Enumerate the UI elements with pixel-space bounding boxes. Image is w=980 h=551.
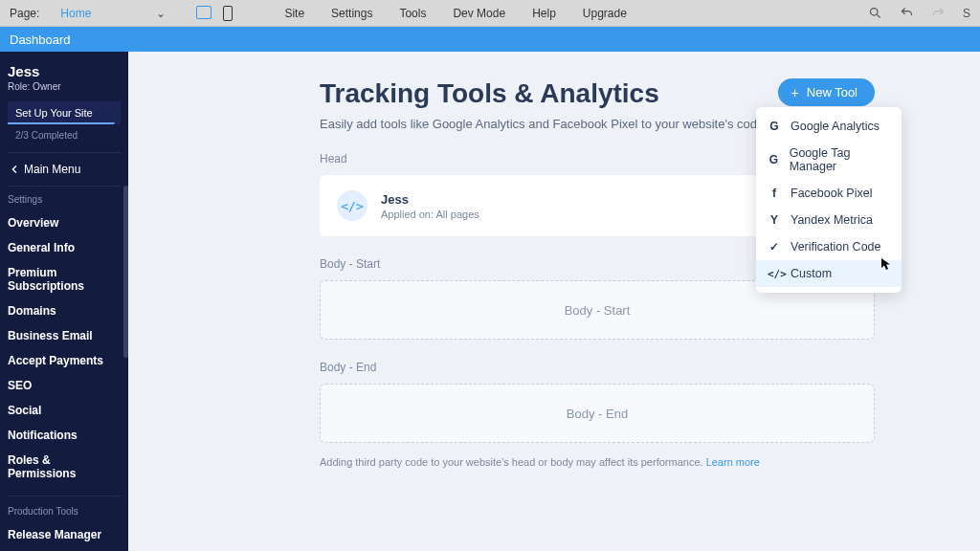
opt-google-tag-manager[interactable]: GGoogle Tag Manager xyxy=(756,140,902,180)
code-icon: </> xyxy=(337,190,368,221)
sidebar-item-roles[interactable]: Roles & Permissions xyxy=(8,448,121,486)
undo-icon[interactable] xyxy=(900,6,914,20)
sidebar-item-premium[interactable]: Premium Subscriptions xyxy=(8,260,121,298)
main-menu-back[interactable]: Main Menu xyxy=(8,152,121,187)
page-title: Tracking Tools & Analytics xyxy=(320,78,980,109)
sidebar-item-social[interactable]: Social xyxy=(8,398,121,423)
card-applied: Applied on: All pages xyxy=(381,209,479,220)
opt-google-analytics[interactable]: GGoogle Analytics xyxy=(756,113,902,140)
cursor-icon xyxy=(880,257,892,274)
page-dropdown[interactable]: Home xyxy=(60,7,91,20)
menu-site[interactable]: Site xyxy=(284,7,304,20)
main-menu-label: Main Menu xyxy=(24,163,80,176)
sidebar-item-accept-payments[interactable]: Accept Payments xyxy=(8,348,121,373)
menu-tools[interactable]: Tools xyxy=(399,7,426,20)
setup-site-card[interactable]: Set Up Your Site xyxy=(8,101,121,124)
svg-point-0 xyxy=(870,9,878,16)
body-end-label: Body - End xyxy=(320,361,980,374)
google-icon: G xyxy=(768,153,780,166)
search-icon[interactable] xyxy=(868,6,882,20)
svg-line-1 xyxy=(877,14,880,17)
chevron-left-icon xyxy=(11,165,18,174)
sidebar-divider xyxy=(8,496,121,496)
sidebar: Jess Role: Owner Set Up Your Site 2/3 Co… xyxy=(0,52,128,551)
footer-learn-more-link[interactable]: Learn more xyxy=(706,456,760,468)
section-settings-hdr: Settings xyxy=(8,194,121,205)
footer-note: Adding third party code to your website'… xyxy=(320,456,980,468)
opt-facebook-pixel[interactable]: fFacebook Pixel xyxy=(756,180,902,207)
facebook-icon: f xyxy=(768,187,781,200)
editor-topbar: Page: Home ⌄ Site Settings Tools Dev Mod… xyxy=(0,0,980,27)
redo-icon[interactable] xyxy=(931,6,946,20)
new-tool-label: New Tool xyxy=(807,85,858,99)
sidebar-item-notifications[interactable]: Notifications xyxy=(8,423,121,448)
desktop-icon[interactable] xyxy=(196,6,212,19)
google-icon: G xyxy=(768,120,781,133)
setup-progress: 2/3 Completed xyxy=(15,130,113,141)
chevron-down-icon[interactable]: ⌄ xyxy=(156,7,166,20)
opt-verification-code[interactable]: ✓Verification Code xyxy=(756,233,902,260)
page-label: Page: xyxy=(10,7,39,20)
sidebar-item-general-info[interactable]: General Info xyxy=(8,235,121,260)
check-icon: ✓ xyxy=(768,240,781,253)
user-name: Jess xyxy=(8,63,121,79)
plus-icon: + xyxy=(791,86,799,99)
device-switch xyxy=(196,6,233,21)
dashboard-bar: Dashboard xyxy=(0,27,980,52)
menu-upgrade[interactable]: Upgrade xyxy=(583,7,627,20)
card-title: Jess xyxy=(381,192,479,207)
menu-devmode[interactable]: Dev Mode xyxy=(453,7,505,20)
topbar-menu: Site Settings Tools Dev Mode Help Upgrad… xyxy=(284,7,626,20)
sidebar-item-release-manager[interactable]: Release Manager xyxy=(8,522,121,547)
menu-settings[interactable]: Settings xyxy=(331,7,372,20)
yandex-icon: Y xyxy=(768,213,781,227)
topbar-letter[interactable]: S xyxy=(963,7,970,20)
mobile-icon[interactable] xyxy=(223,6,233,21)
body-end-dropzone[interactable]: Body - End xyxy=(320,384,875,443)
sidebar-item-domains[interactable]: Domains xyxy=(8,298,121,323)
main-pane: + New Tool GGoogle Analytics GGoogle Tag… xyxy=(128,52,980,551)
new-tool-button[interactable]: + New Tool xyxy=(778,78,875,106)
section-prod-hdr: Production Tools xyxy=(8,506,121,517)
user-role: Role: Owner xyxy=(8,81,121,92)
menu-help[interactable]: Help xyxy=(532,7,556,20)
sidebar-item-overview[interactable]: Overview xyxy=(8,210,121,235)
dashboard-title[interactable]: Dashboard xyxy=(10,33,71,47)
opt-yandex-metrica[interactable]: YYandex Metrica xyxy=(756,207,902,233)
code-icon: </> xyxy=(768,268,781,280)
sidebar-item-business-email[interactable]: Business Email xyxy=(8,323,121,348)
sidebar-item-seo[interactable]: SEO xyxy=(8,373,121,398)
